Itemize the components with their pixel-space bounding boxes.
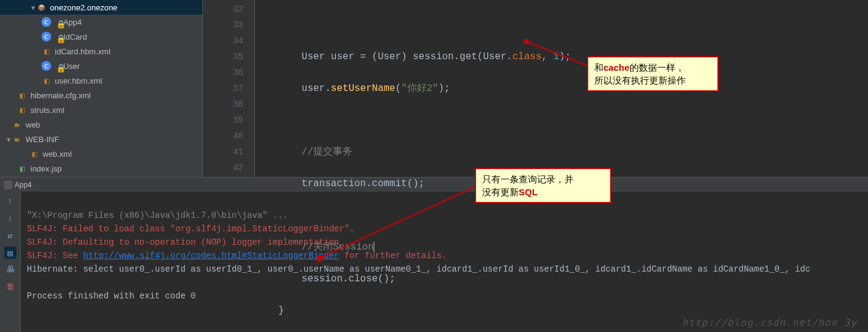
tree-file-struts[interactable]: ◧struts.xml <box>0 103 202 117</box>
line-gutter: 3233343536373839404142 <box>203 0 255 177</box>
console-exit-line: Process finished with exit code 0 <box>27 291 196 301</box>
tree-file-index[interactable]: ◧index.jsp <box>0 161 202 176</box>
tree-file-webxml[interactable]: ◧web.xml <box>0 146 202 161</box>
xml-icon: ◧ <box>17 90 27 100</box>
soft-wrap-button[interactable]: ⇄ <box>4 229 16 242</box>
package-icon: 📦 <box>37 2 46 12</box>
watermark: http://blog.csdn.net/hon_3y <box>682 317 857 328</box>
print-button[interactable]: 🖶 <box>4 264 16 276</box>
tree-file-user-hbm[interactable]: ◧user.hbm.xml <box>0 73 202 88</box>
tree-dir-web[interactable]: 🖿web <box>0 117 202 132</box>
caret <box>374 242 374 253</box>
tree-package[interactable]: ▾📦onezone2.onezone <box>0 0 202 15</box>
lock-icon: 🔒 <box>56 63 61 68</box>
annotation-callout-1: 和cache的数据一样， 所以没有执行更新操作 <box>587 56 719 92</box>
xml-icon: ◧ <box>41 46 51 56</box>
folder-icon: 🖿 <box>12 134 22 144</box>
scroll-up-button[interactable]: ↑ <box>4 195 16 208</box>
folder-icon: 🖿 <box>12 120 22 129</box>
console-toolbar: ↑ ↓ ⇄ ▤ 🖶 🗑 <box>0 192 21 332</box>
run-icon <box>4 181 12 189</box>
clear-button[interactable]: 🗑 <box>4 281 16 293</box>
console-cmd: "X:\Program Files (x86)\Java\jdk1.7.0\bi… <box>27 211 288 220</box>
lock-icon: 🔒 <box>56 20 61 24</box>
tree-file-iml[interactable]: ◧HibernateLearning2.iml <box>0 176 202 177</box>
console-error-line: SLF4J: See <box>27 251 83 261</box>
xml-icon: ◧ <box>41 76 51 85</box>
scroll-down-button[interactable]: ↓ <box>4 212 16 225</box>
code-editor[interactable]: User user = (User) session.get(User.clas… <box>255 0 868 177</box>
tree-file-idcard-hbm[interactable]: ◧idCard.hbm.xml <box>0 44 202 59</box>
annotation-callout-2: 只有一条查询记录，并 没有更新SQL <box>475 168 611 203</box>
class-icon: C <box>41 61 51 71</box>
jsp-icon: ◧ <box>17 164 27 173</box>
scroll-to-end-button[interactable]: ▤ <box>4 247 16 259</box>
project-tree[interactable]: ▾📦onezone2.onezone C🔒 App4 C🔒 IdCard ◧id… <box>0 0 203 177</box>
tree-class-user[interactable]: C🔒 User <box>0 59 202 73</box>
tree-file-hibernate-cfg[interactable]: ◧hibernate.cfg.xml <box>0 88 202 103</box>
class-icon: C <box>41 32 51 42</box>
tree-class-idcard[interactable]: C🔒 IdCard <box>0 29 202 44</box>
xml-icon: ◧ <box>29 149 39 159</box>
class-icon: C <box>41 17 51 27</box>
tree-dir-webinf[interactable]: ▾🖿WEB-INF <box>0 132 202 146</box>
tree-class-app4[interactable]: C🔒 App4 <box>0 15 202 29</box>
lock-icon: 🔒 <box>56 34 61 39</box>
run-tab-label[interactable]: App4 <box>15 181 32 189</box>
xml-icon: ◧ <box>17 105 27 115</box>
